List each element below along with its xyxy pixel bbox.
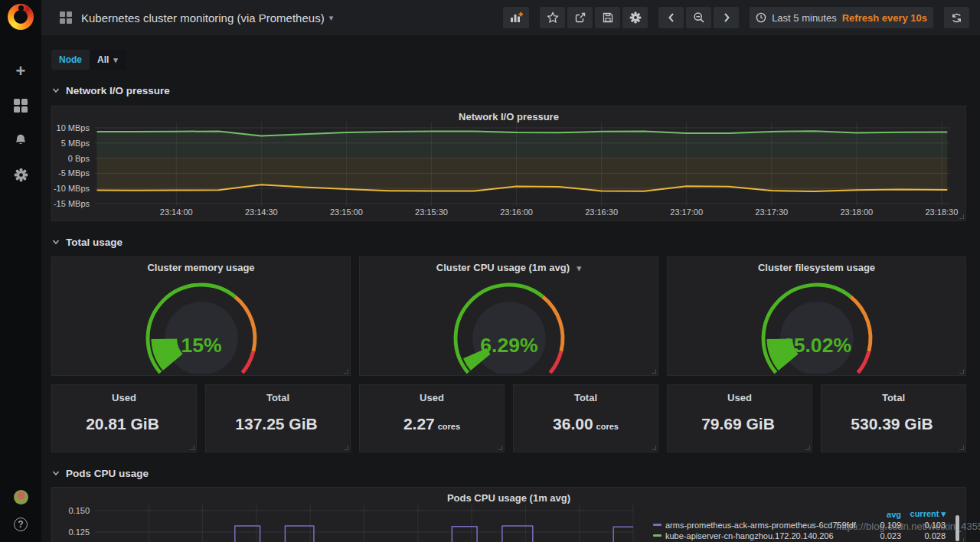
network-io-chart[interactable]: 23:14:0023:14:3023:15:0023:15:3023:16:00…	[52, 106, 967, 222]
stat-value: 79.69 GiB	[701, 415, 775, 433]
panel-title[interactable]: Cluster CPU usage (1m avg) ▾	[360, 262, 658, 273]
cluster-cpu-gauge-panel: Cluster CPU usage (1m avg) ▾ 6.29%	[359, 256, 658, 376]
series-color-swatch	[653, 534, 662, 537]
refresh-button[interactable]	[944, 7, 969, 28]
svg-text:23:16:30: 23:16:30	[585, 207, 618, 217]
panel-title[interactable]: Network I/O pressure	[52, 111, 965, 122]
svg-text:23:14:00: 23:14:00	[160, 207, 193, 217]
gear-icon	[629, 11, 642, 24]
section-pods-cpu[interactable]: Pods CPU usage	[51, 465, 966, 482]
stat-label[interactable]: Total	[574, 392, 597, 403]
filesystem-total-panel: Total 530.39 GiB	[821, 384, 966, 452]
add-panel-button[interactable]	[503, 7, 529, 28]
memory-used-panel: Used 20.81 GiB	[51, 384, 197, 452]
filesystem-used-panel: Used 79.69 GiB	[667, 384, 812, 452]
panel-title[interactable]: Cluster filesystem usage	[668, 262, 965, 273]
navbar: Kubernetes cluster monitoring (via Prome…	[41, 0, 980, 35]
svg-text:23:16:00: 23:16:00	[500, 207, 533, 217]
zoom-out-button[interactable]	[686, 7, 711, 28]
stat-value: 20.81 GiB	[86, 415, 159, 433]
time-range-label: Last 5 minutes	[772, 12, 837, 24]
section-title: Pods CPU usage	[66, 468, 149, 479]
panel-title[interactable]: Pods CPU usage (1m avg)	[52, 492, 965, 504]
legend-sort-avg[interactable]: avg	[857, 510, 901, 519]
grafana-logo[interactable]	[8, 4, 34, 30]
svg-text:-5 MBps: -5 MBps	[58, 168, 90, 178]
legend-current-value: 0.028	[901, 531, 946, 540]
share-button[interactable]	[567, 7, 593, 28]
help-icon[interactable]: ?	[14, 518, 28, 531]
svg-text:23:15:00: 23:15:00	[330, 207, 363, 217]
pods-legend: avg current ▾ arms-prometheus-ack-arms-p…	[653, 509, 946, 541]
time-back-button[interactable]	[658, 7, 684, 28]
svg-text:23:18:00: 23:18:00	[840, 207, 873, 217]
save-icon	[602, 11, 614, 24]
settings-gear-icon[interactable]	[11, 165, 30, 184]
stat-label[interactable]: Used	[420, 392, 444, 403]
alerting-bell-icon[interactable]	[11, 131, 30, 149]
section-title: Network I/O pressure	[66, 85, 170, 96]
time-range-picker[interactable]: Last 5 minutes Refresh every 10s	[750, 7, 933, 28]
dashboards-icon[interactable]	[11, 96, 30, 115]
memory-total-panel: Total 137.25 GiB	[205, 384, 351, 452]
stat-value: 2.27	[403, 415, 435, 433]
section-total-usage[interactable]: Total usage	[51, 233, 966, 250]
svg-text:23:17:00: 23:17:00	[670, 207, 703, 217]
cluster-memory-gauge-panel: Cluster memory usage 15%	[51, 256, 351, 376]
stat-value: 137.25 GiB	[235, 415, 317, 433]
chevron-down-icon	[51, 469, 60, 478]
chevron-down-icon	[51, 86, 60, 95]
stat-label[interactable]: Total	[266, 392, 289, 403]
cpu-gauge: 6.29%	[434, 279, 584, 374]
svg-text:0.150: 0.150	[68, 506, 90, 515]
series-color-swatch	[653, 524, 662, 526]
refresh-interval-label[interactable]: Refresh every 10s	[842, 12, 927, 24]
clock-icon	[756, 12, 766, 23]
user-avatar[interactable]	[14, 490, 28, 504]
svg-text:0 Bps: 0 Bps	[68, 154, 90, 163]
variable-node-picker[interactable]: Node All▾	[51, 50, 126, 70]
legend-series-toggle[interactable]: arms-prometheus-ack-arms-prometheus-6cd7…	[653, 521, 857, 530]
chevron-left-icon	[667, 12, 676, 23]
legend-row: arms-prometheus-ack-arms-prometheus-6cd7…	[653, 520, 946, 530]
stat-label[interactable]: Used	[112, 392, 136, 403]
legend-scrollbar[interactable]	[956, 515, 959, 541]
dashboard-settings-button[interactable]	[622, 7, 648, 28]
star-button[interactable]	[540, 7, 565, 28]
bar-chart-plus-icon	[509, 11, 523, 24]
svg-text:-15 MBps: -15 MBps	[54, 199, 90, 208]
svg-text:23:15:30: 23:15:30	[415, 207, 448, 217]
caret-down-icon: ▾	[113, 55, 118, 65]
dashboard-title[interactable]: Kubernetes cluster monitoring (via Prome…	[81, 11, 325, 24]
svg-text:-10 MBps: -10 MBps	[54, 184, 90, 193]
section-title: Total usage	[66, 237, 122, 248]
add-icon[interactable]: +	[11, 62, 30, 80]
refresh-icon	[951, 12, 962, 24]
svg-text:0.125: 0.125	[68, 527, 90, 537]
sidebar: + ?	[0, 0, 41, 542]
stat-label[interactable]: Used	[727, 392, 752, 403]
pods-cpu-panel: Pods CPU usage (1m avg) 0.1500.125 avg c…	[51, 487, 966, 542]
legend-series-toggle[interactable]: kube-apiserver-cn-hangzhou.172.20.140.20…	[653, 531, 857, 540]
chevron-right-icon	[722, 12, 731, 23]
cpu-used-panel: Used 2.27cores	[359, 384, 505, 452]
caret-down-icon[interactable]: ▾	[329, 13, 334, 23]
star-icon	[547, 11, 559, 24]
legend-current-value: 0.103	[901, 521, 946, 530]
svg-text:15%: 15%	[181, 334, 221, 357]
caret-down-icon[interactable]: ▾	[577, 263, 582, 273]
toolbar: Last 5 minutes Refresh every 10s	[503, 7, 969, 28]
time-forward-button[interactable]	[714, 7, 739, 28]
section-network-io[interactable]: Network I/O pressure	[51, 82, 966, 99]
legend-sort-current[interactable]: current ▾	[901, 509, 946, 519]
chevron-down-icon	[51, 237, 60, 247]
panel-title[interactable]: Cluster memory usage	[52, 262, 350, 273]
zoom-out-icon	[693, 11, 705, 24]
save-button[interactable]	[595, 7, 620, 28]
share-icon	[574, 11, 586, 24]
stat-label[interactable]: Total	[882, 392, 905, 403]
svg-text:23:18:30: 23:18:30	[925, 207, 958, 217]
cluster-filesystem-gauge-panel: Cluster filesystem usage 15.02%	[667, 256, 966, 376]
stat-value: 36.00	[553, 415, 593, 433]
legend-row: kube-apiserver-cn-hangzhou.172.20.140.20…	[653, 531, 946, 540]
